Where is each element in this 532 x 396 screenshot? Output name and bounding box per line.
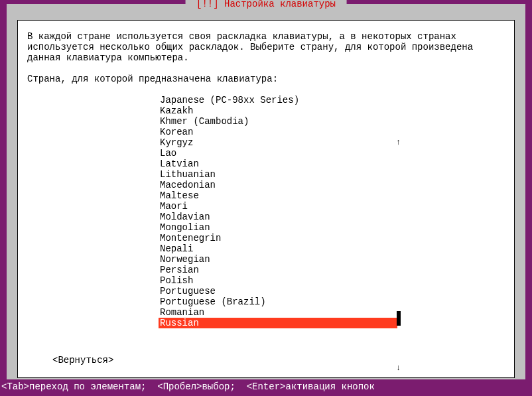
scroll-up-icon[interactable]: ↑: [396, 137, 401, 148]
dialog-content: В каждой стране используется своя раскла…: [18, 21, 514, 328]
list-item[interactable]: Romanian: [159, 307, 397, 318]
footer-hint: <Tab>переход по элементам; <Пробел>выбор…: [1, 381, 375, 392]
list-item[interactable]: Japanese (PC-98xx Series): [159, 95, 397, 105]
list-item[interactable]: Khmer (Cambodia): [159, 116, 397, 127]
list-item[interactable]: Korean: [159, 127, 397, 137]
list-item[interactable]: Norwegian: [159, 254, 397, 265]
list-item[interactable]: Latvian: [159, 159, 397, 169]
list-item[interactable]: Polish: [159, 275, 397, 286]
installer-dialog-outer: [!!] Настройка клавиатуры В каждой стран…: [7, 4, 525, 379]
list-item[interactable]: Kyrgyz: [159, 137, 397, 148]
list-item[interactable]: Portuguese: [159, 286, 397, 297]
list-item[interactable]: Mongolian: [159, 222, 397, 233]
scroll-down-icon[interactable]: ↓: [396, 363, 401, 373]
back-button[interactable]: <Вернуться>: [52, 355, 113, 365]
scrollbar[interactable]: ↑ ↓: [396, 139, 403, 372]
list-item[interactable]: Montenegrin: [159, 233, 397, 243]
list-item[interactable]: Portuguese (Brazil): [159, 297, 397, 307]
keyboard-country-list[interactable]: Japanese (PC-98xx Series)KazakhKhmer (Ca…: [159, 95, 397, 328]
list-item[interactable]: Nepali: [159, 243, 397, 254]
dialog-title: [!!] Настройка клавиатуры: [186, 0, 347, 9]
list-item[interactable]: Persian: [159, 265, 397, 275]
prompt-text: Страна, для которой предназначена клавиа…: [27, 74, 505, 84]
list-item[interactable]: Maori: [159, 201, 397, 212]
dialog-inner: В каждой стране используется своя раскла…: [17, 20, 515, 378]
description-text: В каждой стране используется своя раскла…: [27, 31, 505, 63]
list-item[interactable]: Lao: [159, 148, 397, 159]
list-item[interactable]: Lithuanian: [159, 169, 397, 180]
scroll-thumb[interactable]: [397, 311, 401, 326]
list-item[interactable]: Maltese: [159, 190, 397, 201]
list-item[interactable]: Moldavian: [159, 212, 397, 222]
list-item[interactable]: Macedonian: [159, 180, 397, 190]
list-item[interactable]: Russian: [159, 318, 397, 328]
list-item[interactable]: Kazakh: [159, 105, 397, 116]
